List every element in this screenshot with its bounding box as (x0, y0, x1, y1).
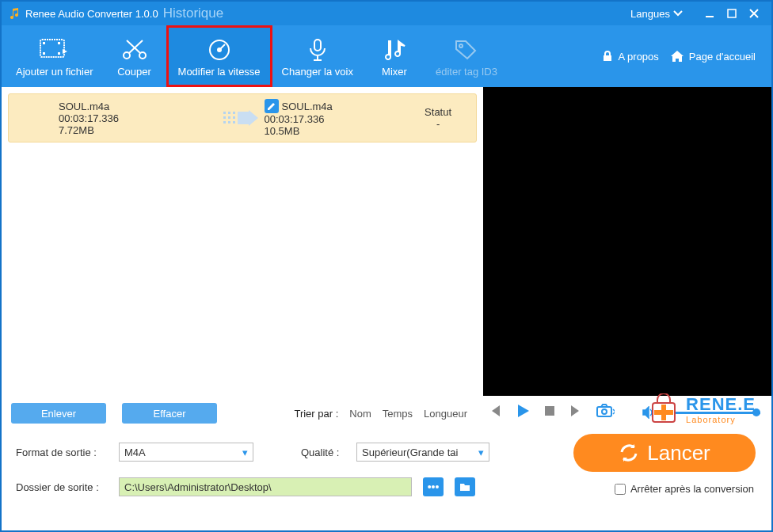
status-header: Statut (406, 106, 470, 118)
svg-rect-18 (233, 112, 235, 114)
svg-rect-10 (314, 40, 321, 51)
close-button[interactable] (743, 2, 765, 25)
format-label: Format de sortie : (16, 446, 111, 458)
next-button[interactable] (569, 404, 583, 421)
format-value: M4A (124, 446, 146, 458)
output-folder-value: C:\Users\Administrator\Desktop\ (124, 481, 272, 493)
snapshot-button[interactable] (596, 403, 615, 422)
scissors-icon (121, 36, 148, 64)
toolbar: Ajouter un fichier Couper Modifier la vi… (2, 25, 771, 87)
mixer-icon (381, 36, 408, 64)
output-folder-label: Dossier de sorite : (16, 481, 111, 493)
gauge-icon (206, 36, 233, 64)
play-button[interactable] (515, 403, 531, 422)
format-select[interactable]: M4A ▾ (119, 443, 253, 462)
titlebar: Renee Audio Converter 1.0.0 Historique L… (2, 2, 771, 25)
launch-button[interactable]: Lancer (573, 434, 756, 472)
svg-rect-16 (228, 116, 230, 119)
clear-button[interactable]: Effacer (122, 403, 217, 424)
file-row[interactable]: SOUL.m4a 00:03:17.336 7.72MB SOUL.m4a 00… (8, 93, 477, 142)
output-settings: Format de sortie : M4A ▾ Qualité : Supér… (2, 429, 771, 530)
open-folder-button[interactable] (455, 477, 475, 496)
svg-rect-26 (654, 410, 673, 415)
source-duration: 00:03:17.336 (59, 112, 217, 124)
app-logo-icon (8, 7, 21, 20)
modify-speed-label: Modifier la vitesse (178, 66, 261, 78)
home-icon (670, 50, 684, 63)
language-label: Langues (630, 8, 670, 20)
chevron-down-icon: ▾ (478, 446, 484, 458)
dest-duration: 00:03:17.336 (265, 113, 407, 125)
quality-label: Qualité : (301, 446, 348, 458)
more-button[interactable]: ••• (423, 477, 444, 496)
svg-rect-14 (223, 121, 226, 124)
source-info: SOUL.m4a 00:03:17.336 7.72MB (59, 101, 217, 136)
source-size: 7.72MB (59, 124, 217, 136)
quality-select[interactable]: Supérieur(Grande tai ▾ (356, 443, 489, 462)
svg-rect-3 (43, 52, 45, 55)
mixer-label: Mixer (382, 66, 407, 78)
stop-after-row[interactable]: Arrêter après la conversion (615, 483, 754, 495)
language-selector[interactable]: Langues (630, 8, 683, 20)
about-label: A propos (619, 51, 659, 63)
svg-rect-0 (728, 10, 736, 17)
svg-rect-15 (228, 112, 230, 114)
file-list: SOUL.m4a 00:03:17.336 7.72MB SOUL.m4a 00… (2, 87, 483, 396)
sort-by-length[interactable]: Longueur (424, 408, 467, 420)
cut-button[interactable]: Couper (103, 25, 166, 87)
svg-rect-19 (233, 116, 235, 119)
svg-rect-13 (223, 116, 226, 119)
stop-after-checkbox[interactable] (615, 484, 626, 495)
svg-point-7 (139, 52, 146, 59)
svg-rect-22 (597, 407, 611, 416)
change-voice-button[interactable]: Changer la voix (272, 25, 363, 87)
list-controls: Enlever Effacer Trier par : Nom Temps Lo… (2, 396, 477, 431)
brand-lab: Laboratory (686, 415, 756, 424)
add-file-label: Ajouter un fichier (16, 66, 93, 78)
homepage-link[interactable]: Page d'accueil (670, 50, 756, 63)
brand-name: RENE (686, 394, 737, 414)
sort-by-name[interactable]: Nom (349, 408, 371, 420)
svg-rect-12 (223, 112, 226, 114)
maximize-button[interactable] (721, 2, 743, 25)
svg-point-6 (124, 52, 130, 59)
conversion-arrow-icon (217, 108, 265, 127)
launch-label: Lancer (647, 441, 710, 466)
stop-after-label: Arrêter après la conversion (630, 483, 754, 495)
output-folder-field[interactable]: C:\Users\Administrator\Desktop\ (119, 477, 412, 496)
svg-rect-17 (228, 121, 230, 124)
svg-rect-5 (58, 52, 60, 55)
add-file-button[interactable]: Ajouter un fichier (6, 25, 103, 87)
app-title: Renee Audio Converter 1.0.0 (25, 8, 158, 20)
mixer-button[interactable]: Mixer (363, 25, 426, 87)
cut-label: Couper (117, 66, 151, 78)
svg-point-23 (602, 409, 607, 414)
modify-speed-button[interactable]: Modifier la vitesse (166, 25, 272, 87)
lock-icon (601, 50, 614, 63)
svg-rect-21 (545, 406, 554, 416)
chevron-down-icon (673, 10, 683, 17)
edit-icon[interactable] (265, 99, 279, 113)
history-link[interactable]: Historique (163, 6, 224, 21)
sort-by-time[interactable]: Temps (383, 408, 413, 420)
refresh-icon (619, 443, 639, 463)
svg-point-9 (218, 48, 221, 51)
minimize-button[interactable] (699, 2, 721, 25)
quality-value: Supérieur(Grande tai (362, 446, 458, 458)
sort-label: Trier par : (294, 408, 338, 420)
svg-rect-2 (43, 42, 45, 44)
sort-controls: Trier par : Nom Temps Longueur (294, 408, 467, 420)
svg-point-11 (459, 44, 463, 48)
film-add-icon (39, 36, 70, 64)
source-filename: SOUL.m4a (59, 101, 109, 112)
remove-button[interactable]: Enlever (11, 403, 106, 424)
svg-rect-4 (58, 42, 60, 44)
prev-button[interactable] (488, 404, 502, 421)
main-area: SOUL.m4a 00:03:17.336 7.72MB SOUL.m4a 00… (2, 87, 771, 396)
edit-id3-button[interactable]: éditer tag ID3 (426, 25, 507, 87)
edit-id3-label: éditer tag ID3 (436, 66, 497, 78)
svg-rect-20 (233, 121, 235, 124)
dest-size: 10.5MB (265, 125, 407, 137)
about-link[interactable]: A propos (601, 50, 659, 63)
stop-button[interactable] (543, 405, 556, 420)
